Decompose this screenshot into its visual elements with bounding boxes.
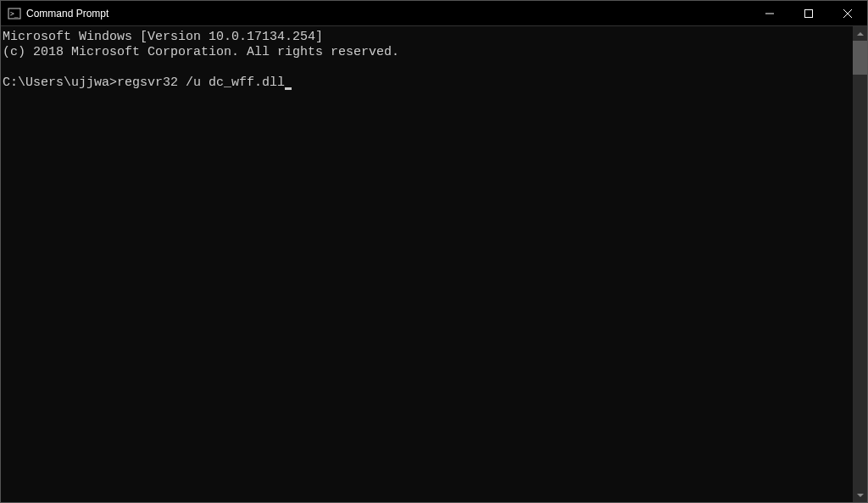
svg-rect-3 bbox=[805, 9, 813, 17]
scroll-down-arrow[interactable] bbox=[853, 488, 867, 502]
vertical-scrollbar[interactable] bbox=[853, 26, 867, 502]
svg-marker-7 bbox=[857, 494, 864, 497]
minimize-button[interactable] bbox=[750, 1, 789, 25]
command-input: regsvr32 /u dc_wff.dll bbox=[117, 75, 285, 90]
cmd-icon: >_ bbox=[8, 7, 21, 20]
svg-marker-6 bbox=[857, 32, 864, 36]
scroll-up-arrow[interactable] bbox=[853, 26, 867, 41]
window-title: Command Prompt bbox=[26, 8, 750, 20]
svg-text:>_: >_ bbox=[10, 10, 19, 18]
prompt-path: C:\Users\ujjwa> bbox=[3, 75, 117, 90]
terminal-area: Microsoft Windows [Version 10.0.17134.25… bbox=[1, 26, 867, 502]
maximize-button[interactable] bbox=[789, 1, 828, 25]
version-line: Microsoft Windows [Version 10.0.17134.25… bbox=[3, 30, 323, 44]
scroll-thumb[interactable] bbox=[853, 41, 867, 75]
command-prompt-window: >_ Command Prompt Microsoft Windows [Ver… bbox=[0, 0, 868, 503]
window-controls bbox=[750, 1, 867, 25]
copyright-line: (c) 2018 Microsoft Corporation. All righ… bbox=[3, 45, 399, 59]
titlebar[interactable]: >_ Command Prompt bbox=[1, 1, 867, 26]
cursor bbox=[285, 87, 292, 90]
terminal-content[interactable]: Microsoft Windows [Version 10.0.17134.25… bbox=[1, 26, 853, 502]
scroll-track[interactable] bbox=[853, 41, 867, 488]
close-button[interactable] bbox=[828, 1, 867, 25]
